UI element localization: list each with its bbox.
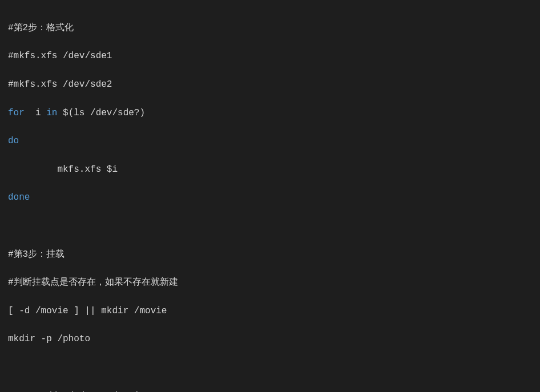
keyword-done: done <box>8 192 30 203</box>
terminal-output: #第2步：格式化 #mkfs.xfs /dev/sde1 #mkfs.xfs /… <box>8 7 532 392</box>
code-line: for i in $(ls /dev/sde?) <box>8 106 532 120</box>
code-line: #第2步：格式化 <box>8 21 532 35</box>
keyword-in: in <box>46 108 57 118</box>
code-line: #判断挂载点是否存在，如果不存在就新建 <box>8 276 532 290</box>
code-line: mkfs.xfs $i <box>8 163 532 177</box>
keyword-for: for <box>8 108 25 118</box>
code-text: i <box>25 108 46 118</box>
code-line: done <box>8 191 532 205</box>
code-line-empty <box>8 219 532 233</box>
code-text: $(ls /dev/sde?) <box>57 108 145 118</box>
code-line: #第3步：挂载 <box>8 248 532 262</box>
code-line: [ -d /movie ] || mkdir /movie <box>8 304 532 318</box>
code-line: #mkfs.xfs /dev/sde1 <box>8 49 532 63</box>
code-line: do <box>8 134 532 148</box>
code-line-empty <box>8 361 532 375</box>
code-line: mkdir -p /photo <box>8 332 532 346</box>
code-line: mount /dev/sde1 /movie <box>8 389 532 392</box>
code-line: #mkfs.xfs /dev/sde2 <box>8 78 532 92</box>
keyword-do: do <box>8 136 19 146</box>
